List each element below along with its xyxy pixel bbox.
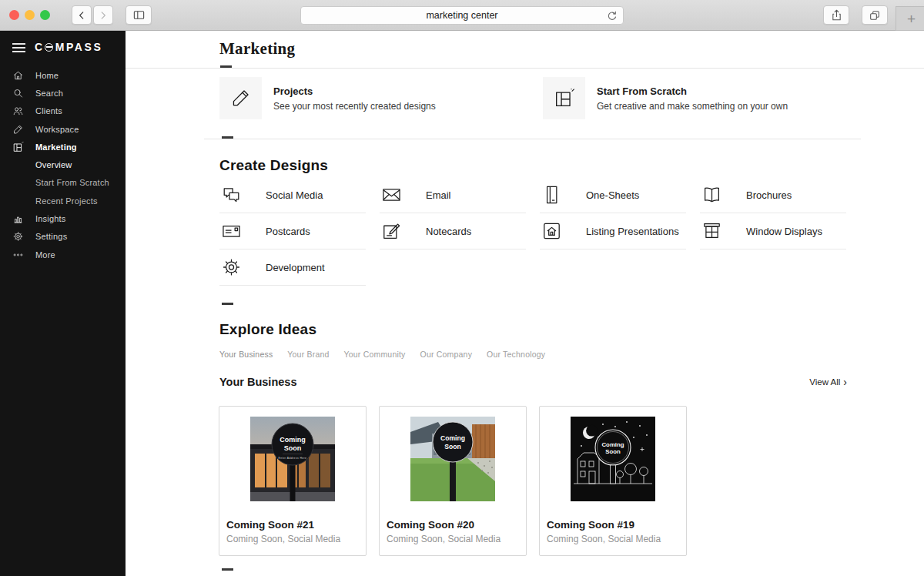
sidebar-item-label: Home [35, 71, 59, 80]
gear-icon [221, 257, 242, 278]
chevron-left-icon [76, 10, 87, 21]
feature-subtitle: See your most recently created designs [273, 101, 436, 112]
template-title: Coming Soon #21 [226, 519, 314, 531]
template-card-coming-soon-20[interactable]: Coming Soon Coming Soon #20 Coming Soon,… [379, 406, 527, 556]
design-type-development[interactable]: Development [219, 249, 366, 286]
create-designs-grid: Social Media Email One-Sheets Brochures [219, 177, 846, 286]
main-content: Marketing Projects See your most recentl… [126, 31, 924, 576]
sign-text-line2: Soon [284, 444, 302, 452]
sidebar-toggle-button[interactable] [126, 5, 152, 25]
window-icon [701, 221, 722, 242]
sidebar-item-workspace[interactable]: Workspace [0, 120, 126, 138]
close-window-button[interactable] [9, 10, 19, 20]
chevron-right-icon [98, 10, 109, 21]
template-subtitle: Coming Soon, Social Media [547, 534, 661, 544]
new-tab-button[interactable]: + [896, 6, 924, 31]
tab-your-community[interactable]: Your Community [344, 350, 406, 359]
note-pen-icon [381, 221, 402, 242]
sidebar-item-marketing[interactable]: Marketing [0, 138, 126, 156]
sidebar-item-search[interactable]: Search [0, 84, 126, 102]
create-designs-heading: Create Designs [219, 157, 328, 174]
address-text: marketing center [426, 10, 497, 21]
tab-your-business[interactable]: Your Business [219, 350, 273, 359]
projects-card[interactable]: Projects See your most recently created … [219, 77, 436, 119]
template-card-coming-soon-19[interactable]: Coming Soon Coming Soon #19 Coming Soon,… [539, 406, 687, 556]
sidebar-item-more[interactable]: More [0, 246, 126, 263]
blank-canvas-icon [543, 77, 585, 119]
template-card-coming-soon-21[interactable]: Coming Soon Enter Address Here Coming So… [219, 406, 367, 556]
design-type-postcards[interactable]: Postcards [219, 213, 366, 249]
design-type-label: Notecards [426, 226, 471, 237]
tab-your-brand[interactable]: Your Brand [287, 350, 329, 359]
design-type-window-displays[interactable]: Window Displays [700, 213, 846, 249]
design-type-notecards[interactable]: Notecards [380, 213, 526, 249]
explore-ideas-heading: Explore Ideas [219, 321, 316, 338]
bar-chart-icon [12, 213, 24, 225]
share-icon [831, 8, 842, 22]
view-all-link[interactable]: View All › [809, 377, 847, 387]
design-type-label: One-Sheets [586, 189, 639, 201]
zoom-window-button[interactable] [40, 10, 50, 20]
show-tabs-button[interactable] [862, 5, 888, 25]
forward-button[interactable] [93, 5, 113, 25]
template-subtitle: Coming Soon, Social Media [387, 534, 500, 544]
start-from-scratch-card[interactable]: Start From Scratch Get creative and make… [543, 77, 788, 119]
feature-title: Start From Scratch [597, 85, 788, 97]
design-type-listing-presentations[interactable]: Listing Presentations [540, 213, 686, 249]
sidebar-item-label: Settings [35, 232, 67, 241]
sidebar-item-recent-projects[interactable]: Recent Projects [0, 192, 126, 209]
feature-subtitle: Get creative and make something on your … [597, 101, 788, 112]
tab-our-company[interactable]: Our Company [420, 350, 473, 359]
house-frame-icon [541, 221, 562, 242]
menu-button[interactable] [12, 43, 25, 53]
sheet-icon [541, 185, 562, 206]
sidebar-item-home[interactable]: Home [0, 66, 126, 84]
compass-logo: CMPASS [35, 41, 102, 53]
view-all-label: View All [809, 377, 840, 387]
design-type-one-sheets[interactable]: One-Sheets [540, 177, 686, 213]
design-type-brochures[interactable]: Brochures [700, 177, 846, 213]
postcard-icon [221, 221, 242, 242]
sidebar-item-label: Workspace [35, 125, 79, 134]
sidebar-item-overview[interactable]: Overview [0, 156, 126, 173]
sidebar-item-settings[interactable]: Settings [0, 228, 126, 246]
design-type-email[interactable]: Email [380, 177, 526, 213]
sidebar-icon [132, 9, 146, 21]
pencil-icon [12, 123, 24, 135]
home-icon [12, 69, 24, 81]
sidebar-item-insights[interactable]: Insights [0, 209, 126, 227]
browser-toolbar: marketing center + [0, 0, 924, 31]
sidebar-item-label: Start From Scratch [35, 178, 109, 187]
sidebar-item-label: Clients [35, 106, 62, 116]
section-dash [222, 303, 233, 305]
page-title: Marketing [219, 39, 295, 59]
design-type-label: Development [266, 262, 325, 273]
design-type-label: Listing Presentations [586, 226, 679, 237]
plus-icon: + [907, 12, 916, 26]
design-type-social-media[interactable]: Social Media [219, 177, 366, 213]
clients-icon [12, 105, 24, 117]
sign-text-line2: Soon [444, 443, 460, 450]
feature-title: Projects [273, 85, 436, 97]
template-title: Coming Soon #20 [387, 519, 474, 531]
logo-o-mark [45, 43, 53, 52]
section-dash [222, 568, 233, 571]
back-button[interactable] [72, 5, 92, 25]
design-type-label: Window Displays [746, 226, 822, 237]
section-divider [204, 139, 861, 139]
template-thumbnail: Coming Soon [410, 417, 495, 501]
sidebar-item-clients[interactable]: Clients [0, 102, 126, 120]
tab-our-technology[interactable]: Our Technology [487, 350, 545, 359]
sign-note-text: Enter Address Here [279, 457, 307, 460]
pencil-icon [219, 77, 262, 119]
reload-button[interactable] [606, 10, 618, 22]
logo-letters: MPASS [55, 41, 103, 53]
sidebar-item-start-from-scratch[interactable]: Start From Scratch [0, 174, 126, 192]
browser-window: marketing center + CMPASS [0, 0, 924, 576]
your-business-heading: Your Business [219, 376, 296, 388]
share-button[interactable] [823, 5, 849, 25]
address-bar[interactable]: marketing center [300, 6, 624, 25]
minimize-window-button[interactable] [25, 10, 35, 20]
sidebar-item-label: Search [35, 89, 63, 98]
chat-bubbles-icon [221, 185, 242, 206]
